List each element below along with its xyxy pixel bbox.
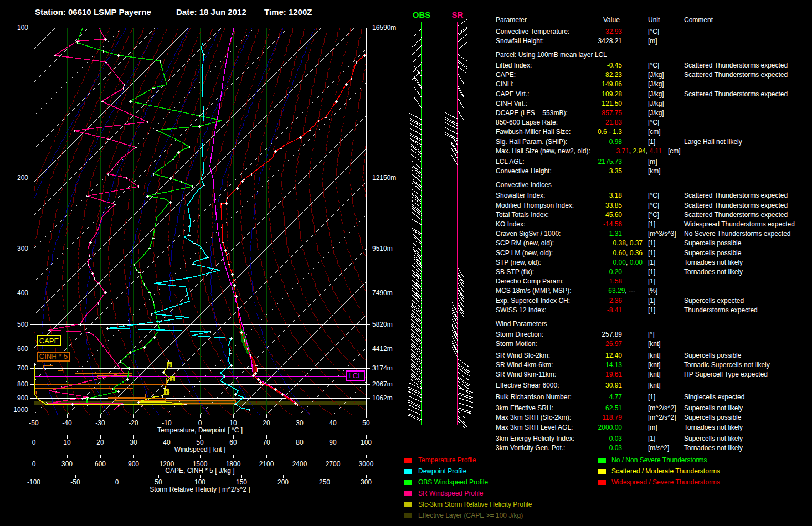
param-value: -0.45 [489, 61, 622, 69]
param-comment: Tornadoes not likely [684, 268, 743, 276]
obs-column-header: OBS [413, 10, 431, 19]
srh-tick-label: -50 [70, 478, 80, 486]
param-unit: [1] [648, 435, 655, 442]
obs-wind-barbs [408, 29, 422, 421]
param-value: 0.60, 0.36 [510, 249, 643, 257]
param-value: 121.50 [489, 100, 622, 107]
pressure-label-600: 600 [17, 345, 28, 353]
param-value: 2.36 [489, 297, 622, 305]
param-value: 2000.00 [489, 424, 622, 431]
param-value: 1.31 [489, 230, 622, 238]
param-unit: [m/s^2] [648, 444, 669, 452]
table-section-parcel-using-100mb-mean-layer-lcl: Parcel: Using 100mB mean layer LCL [496, 51, 607, 59]
param-value: 1.58 [489, 277, 622, 285]
param-value: 30.91 [489, 381, 622, 389]
param-value: 19.61 [489, 370, 622, 378]
svg-text:1: 1 [165, 390, 168, 395]
srh-tick-label: 150 [236, 478, 247, 486]
cape-tick-label: 900 [128, 460, 139, 468]
param-comment: Widespread Thunderstorms expected [684, 220, 795, 228]
windspeed-tick-label: 80 [296, 439, 304, 446]
param-unit: [1] [648, 138, 655, 146]
param-comment: Tornadoes not likely [684, 444, 743, 452]
param-unit: [1] [648, 306, 655, 314]
legend-left-swatch-5 [404, 513, 412, 518]
param-unit: [°C] [648, 28, 659, 35]
param-unit: [°C] [648, 118, 659, 126]
temperature-tick-label: -50 [29, 419, 39, 427]
param-unit: [%] [648, 287, 657, 295]
param-value: 45.60 [489, 211, 622, 219]
cape-tick-label: 2700 [326, 460, 341, 468]
windspeed-tick-label: 60 [229, 439, 237, 446]
param-value: 26.97 [489, 340, 622, 348]
pressure-label-800: 800 [17, 380, 28, 388]
param-unit: [°] [648, 331, 654, 338]
param-comment: HP Supercell Type expected [684, 370, 768, 378]
param-unit: [°C] [648, 202, 659, 209]
legend-right-swatch-1 [598, 469, 606, 474]
table-header-parameter: Parameter [496, 16, 527, 24]
altitude-label-3174m: 3174m [372, 364, 393, 372]
parcel [210, 25, 297, 405]
srh-tick-label: -100 [27, 478, 40, 486]
temperature-axis-title: Temperature, Dewpoint [ °C ] [157, 426, 243, 434]
param-unit: [knt] [648, 361, 661, 369]
param-unit: [J/kg] [648, 100, 664, 107]
legend-left-swatch-3 [404, 491, 412, 496]
table-header-comment: Comment [684, 16, 713, 24]
param-value: 3.18 [489, 192, 622, 199]
pressure-label-900: 900 [17, 394, 28, 402]
param-unit: [km] [648, 167, 661, 175]
param-value: 21.83 [489, 118, 622, 126]
skewt-app: Station: 06610 LSMP Payerne Date: 18 Jun… [0, 0, 812, 526]
param-value: 14.13 [489, 361, 622, 369]
altitude-label-1062m: 1062m [372, 394, 393, 402]
param-value: 0.20 [489, 268, 622, 276]
param-unit: [m] [648, 424, 657, 431]
windspeed-tick-label: 10 [63, 439, 71, 446]
altitude-label-9510m: 9510m [372, 245, 393, 252]
param-value: 857.75 [489, 109, 622, 117]
temperature-tick-label: 10 [229, 419, 237, 427]
skewt-chart: CAPECINH * 5LCL1231002003004005006007008… [0, 0, 493, 526]
cape-tick-label: 300 [61, 460, 73, 468]
temperature-tick-label: 40 [329, 419, 337, 427]
svg-text:2: 2 [171, 377, 174, 382]
legend-left-label-2: OBS Windspeed Profile [418, 478, 488, 486]
legend-right-swatch-0 [598, 458, 606, 463]
windspeed-tick-label: 70 [263, 439, 270, 446]
param-comment: Tornadoes not likely [684, 259, 743, 266]
param-unit: [J/kg] [648, 90, 664, 98]
param-unit: [m] [648, 37, 657, 45]
temperature-tick-label: -10 [162, 419, 172, 427]
cape-tick-label: 0 [32, 460, 36, 468]
param-comment: Scattered Thunderstorms expected [684, 192, 788, 199]
pressure-label-500: 500 [17, 321, 28, 328]
temperature-tick-label: 50 [362, 419, 370, 427]
temperature-tick-label: -40 [62, 419, 72, 427]
param-unit: [1] [648, 297, 655, 305]
temperature-tick-label: -30 [95, 419, 105, 427]
param-unit: [1] [648, 268, 655, 276]
param-unit: [1] [648, 277, 655, 285]
param-unit: [m^2/s^2] [648, 414, 676, 421]
param-value: 0.6 - 1.3 [489, 128, 622, 136]
pressure-label-300: 300 [17, 245, 28, 252]
param-unit: [1] [648, 239, 655, 247]
cape-tick-label: 3000 [359, 460, 374, 468]
param-comment: Supercells possible [684, 352, 741, 359]
param-unit: [m] [648, 158, 657, 166]
windspeed-tick-label: 30 [130, 439, 137, 446]
param-comment: Supercells possible [684, 414, 741, 421]
svg-text:3: 3 [168, 363, 171, 368]
param-unit: [knt] [648, 352, 661, 359]
param-unit: [°C] [648, 61, 659, 69]
param-unit: [m^3/s^3] [648, 230, 676, 238]
temperature-tick-label: 20 [263, 419, 270, 427]
param-comment: No Severe Thunderstorms expected [684, 230, 791, 238]
param-unit: [J/kg] [648, 80, 664, 88]
pressure-label-700: 700 [17, 364, 28, 372]
param-value: 0.03 [489, 444, 622, 452]
cape-tick-label: 2100 [259, 460, 274, 468]
